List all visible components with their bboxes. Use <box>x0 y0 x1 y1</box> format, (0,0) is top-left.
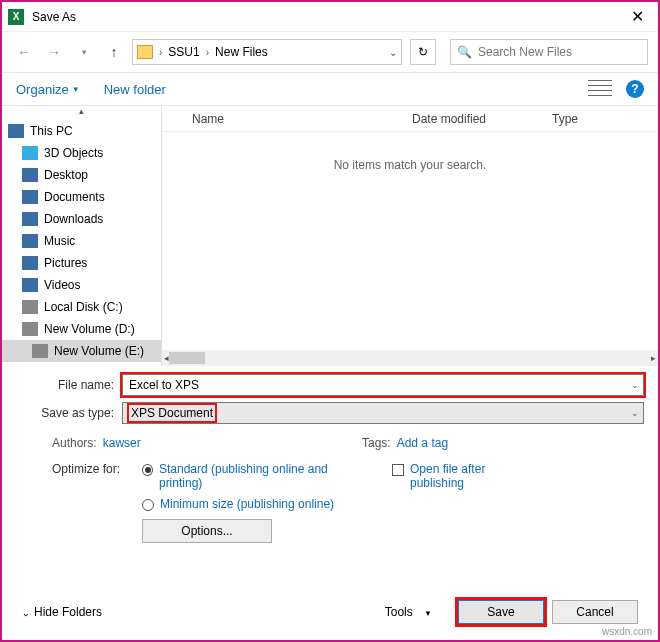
authors-value[interactable]: kawser <box>103 436 141 450</box>
watermark: wsxdn.com <box>602 626 652 637</box>
disk-icon <box>32 344 48 358</box>
search-placeholder: Search New Files <box>478 45 572 59</box>
pictures-icon <box>22 256 38 270</box>
back-button[interactable]: ← <box>12 40 36 64</box>
horizontal-scrollbar[interactable]: ◂ ▸ <box>162 350 658 366</box>
radio-standard[interactable]: Standard (publishing online and printing… <box>142 462 352 491</box>
up-button[interactable]: ↑ <box>102 40 126 64</box>
tree-item-local-c[interactable]: Local Disk (C:) <box>2 296 161 318</box>
downloads-icon <box>22 212 38 226</box>
chevron-right-icon: › <box>206 47 209 58</box>
search-icon: 🔍 <box>457 45 472 59</box>
disk-icon <box>22 322 38 336</box>
nav-tree: ▴ This PC 3D Objects Desktop Documents D… <box>2 106 162 366</box>
column-headers: Name Date modified Type <box>162 106 658 132</box>
hide-folders-button[interactable]: ⌃ Hide Folders <box>22 605 102 619</box>
folder-icon <box>137 45 153 59</box>
checkbox-open-after[interactable]: Open file after publishing <box>392 462 520 513</box>
tags-label: Tags: <box>362 436 391 450</box>
scroll-right-icon[interactable]: ▸ <box>651 353 656 363</box>
recent-locations-dropdown[interactable]: ▾ <box>72 40 96 64</box>
save-type-value: XPS Document <box>129 405 215 421</box>
desktop-icon <box>22 168 38 182</box>
file-name-input[interactable]: Excel to XPS ⌄ <box>122 374 644 396</box>
videos-icon <box>22 278 38 292</box>
chevron-down-icon: ▼ <box>72 85 80 94</box>
scroll-up-button[interactable]: ▴ <box>2 106 161 120</box>
tools-dropdown[interactable]: Tools ▼ <box>385 605 432 619</box>
disk-icon <box>22 300 38 314</box>
tree-item-volume-d[interactable]: New Volume (D:) <box>2 318 161 340</box>
tree-item-pictures[interactable]: Pictures <box>2 252 161 274</box>
tree-item-documents[interactable]: Documents <box>2 186 161 208</box>
nav-bar: ← → ▾ ↑ › SSU1 › New Files ⌄ ↻ 🔍 Search … <box>2 32 658 72</box>
empty-message: No items match your search. <box>162 132 658 172</box>
radio-icon <box>142 499 154 511</box>
title-bar: X Save As ✕ <box>2 2 658 32</box>
dialog-footer: ⌃ Hide Folders Tools ▼ Save Cancel <box>2 600 658 624</box>
chevron-down-icon: ▼ <box>424 609 432 618</box>
cancel-button[interactable]: Cancel <box>552 600 638 624</box>
save-as-dialog: X Save As ✕ ← → ▾ ↑ › SSU1 › New Files ⌄… <box>0 0 660 642</box>
search-input[interactable]: 🔍 Search New Files <box>450 39 648 65</box>
file-name-value: Excel to XPS <box>129 378 199 392</box>
tree-item-music[interactable]: Music <box>2 230 161 252</box>
tree-item-videos[interactable]: Videos <box>2 274 161 296</box>
documents-icon <box>22 190 38 204</box>
pc-icon <box>8 124 24 138</box>
close-button[interactable]: ✕ <box>623 7 652 26</box>
file-list: Name Date modified Type No items match y… <box>162 106 658 366</box>
column-name[interactable]: Name <box>162 112 412 126</box>
column-date[interactable]: Date modified <box>412 112 552 126</box>
window-title: Save As <box>32 10 623 24</box>
tree-item-this-pc[interactable]: This PC <box>2 120 161 142</box>
tree-item-3d-objects[interactable]: 3D Objects <box>2 142 161 164</box>
form-area: File name: Excel to XPS ⌄ Save as type: … <box>2 366 658 543</box>
view-options-button[interactable] <box>588 80 612 98</box>
objects-3d-icon <box>22 146 38 160</box>
save-button[interactable]: Save <box>458 600 544 624</box>
breadcrumb-seg-2[interactable]: New Files <box>215 45 268 59</box>
options-button[interactable]: Options... <box>142 519 272 543</box>
breadcrumb-seg-1[interactable]: SSU1 <box>168 45 199 59</box>
refresh-button[interactable]: ↻ <box>410 39 436 65</box>
chevron-right-icon: › <box>159 47 162 58</box>
new-folder-button[interactable]: New folder <box>104 82 166 97</box>
chevron-down-icon[interactable]: ⌄ <box>389 47 397 58</box>
tree-item-volume-e[interactable]: New Volume (E:) <box>2 340 161 362</box>
column-type[interactable]: Type <box>552 112 612 126</box>
chevron-down-icon[interactable]: ⌄ <box>631 380 639 390</box>
radio-minimum[interactable]: Minimum size (publishing online) <box>142 497 352 511</box>
music-icon <box>22 234 38 248</box>
save-type-select[interactable]: XPS Document ⌄ <box>122 402 644 424</box>
help-button[interactable]: ? <box>626 80 644 98</box>
checkbox-icon <box>392 464 404 476</box>
authors-label: Authors: <box>52 436 97 450</box>
optimize-label: Optimize for: <box>52 462 142 513</box>
forward-button[interactable]: → <box>42 40 66 64</box>
save-type-label: Save as type: <box>16 406 122 420</box>
command-bar: Organize ▼ New folder ? <box>2 72 658 106</box>
excel-icon: X <box>8 9 24 25</box>
chevron-up-icon: ⌃ <box>22 607 30 618</box>
radio-icon <box>142 464 153 476</box>
file-name-label: File name: <box>16 378 122 392</box>
tags-value[interactable]: Add a tag <box>397 436 448 450</box>
scrollbar-thumb[interactable] <box>169 352 205 364</box>
organize-button[interactable]: Organize ▼ <box>16 82 80 97</box>
tree-item-desktop[interactable]: Desktop <box>2 164 161 186</box>
chevron-down-icon[interactable]: ⌄ <box>631 408 639 418</box>
tree-item-downloads[interactable]: Downloads <box>2 208 161 230</box>
address-bar[interactable]: › SSU1 › New Files ⌄ <box>132 39 402 65</box>
